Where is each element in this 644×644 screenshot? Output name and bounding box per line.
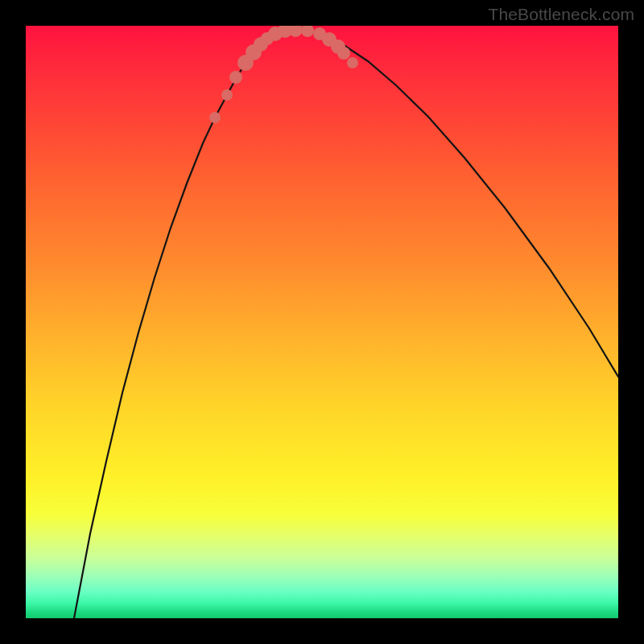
plot-area <box>26 26 618 618</box>
watermark-text: TheBottleneck.com <box>489 5 634 24</box>
curve-marker <box>347 57 358 68</box>
curve-marker <box>221 89 233 101</box>
curve-marker <box>229 71 242 84</box>
chart-frame: TheBottleneck.com <box>0 0 644 644</box>
curve-marker <box>301 26 314 37</box>
chart-svg <box>26 26 618 618</box>
curve-markers <box>209 26 358 123</box>
bottleneck-curve <box>74 30 618 618</box>
curve-marker <box>209 112 221 123</box>
curve-marker <box>337 47 350 60</box>
